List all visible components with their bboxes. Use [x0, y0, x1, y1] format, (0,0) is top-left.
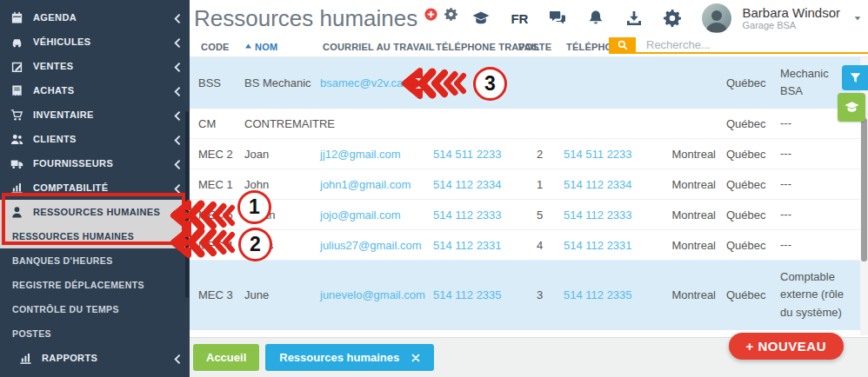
cell-code: MEC 1 [198, 178, 244, 191]
cell-work-phone-link[interactable]: 514 112 2331 [433, 239, 516, 252]
sidebar-item[interactable]: BANQUES D'HEURES [0, 248, 190, 273]
cell-phone-link[interactable]: 514 112 2331 [564, 239, 664, 252]
cell-email-link[interactable]: john1@gmail.com [320, 178, 433, 191]
cell-work-phone-link[interactable]: 514 112 2333 [433, 208, 516, 222]
column-header[interactable]: TÉLÉPHONE TRAVAIL [433, 42, 516, 52]
car-icon [10, 36, 23, 49]
cell-email-link[interactable]: jj12@gmail.com [320, 148, 433, 161]
cell-role: --- [780, 145, 848, 162]
cell-name: Johan [244, 208, 320, 222]
cell-name: John [244, 178, 320, 191]
chevron-left-icon [171, 85, 182, 96]
cell-extension: 1 [516, 178, 564, 191]
cell-phone-link[interactable]: 514 112 2333 [564, 208, 664, 222]
messages-icon[interactable] [549, 10, 566, 27]
cell-name: BS Mechanic [244, 76, 320, 89]
table-row[interactable]: BSS BS Mechanic bsamec@v2v.ca Québec Mec… [190, 57, 868, 109]
chevron-left-icon [171, 36, 182, 47]
cell-email-link[interactable]: junevelo@gmail.com [320, 288, 433, 301]
sidebar-item-label: ACHATS [33, 85, 74, 96]
home-button[interactable]: Accueil [193, 344, 259, 371]
search-input[interactable] [636, 37, 868, 52]
sidebar-item[interactable]: CONTRÔLE DU TEMPS [0, 297, 190, 321]
sidebar-item[interactable]: RESSOURCES HUMAINES [0, 224, 190, 248]
cell-phone-link[interactable]: 514 511 2233 [564, 148, 664, 161]
column-header[interactable]: CODE [198, 42, 244, 52]
cell-phone-link[interactable]: 514 112 2335 [564, 288, 664, 301]
training-cap-icon[interactable] [472, 10, 490, 27]
sidebar-item[interactable]: REGISTRE DÉPLACEMENTS [0, 273, 190, 297]
cell-code: CM [198, 117, 244, 130]
cell-work-phone-link[interactable]: 514 112 2335 [433, 288, 516, 301]
language-toggle[interactable]: FR [511, 11, 528, 26]
sidebar-item[interactable]: RAPPORTS [0, 346, 190, 370]
sidebar-item[interactable]: FOURNISSEURS [0, 151, 190, 175]
table-row[interactable]: MEC 5 Johan jojo@gmail.com 514 112 2333 … [190, 200, 868, 230]
cell-extension: 5 [516, 208, 564, 222]
download-icon[interactable] [625, 10, 643, 27]
cell-name: CONTREMAITRE [244, 117, 320, 130]
cell-email-link[interactable]: julius27@gmail.com [320, 239, 433, 252]
sort-up-icon [244, 43, 252, 50]
table-row[interactable]: MEC 1 John john1@gmail.com 514 112 2334 … [190, 169, 868, 200]
sidebar-item[interactable]: VENTES [0, 54, 190, 78]
cell-province: Québec [726, 148, 780, 161]
sidebar-item[interactable]: COMPTABILITÉ [0, 175, 190, 200]
column-header[interactable]: COURRIEL AU TRAVAIL [320, 42, 433, 52]
sidebar-item[interactable]: ACHATS [0, 78, 190, 103]
notifications-bell-icon[interactable] [587, 10, 604, 27]
column-header[interactable]: POSTE [516, 42, 564, 52]
sidebar-item-label: POSTES [12, 328, 51, 339]
cell-city: Montreal [664, 178, 726, 191]
sidebar-item-label: CLIENTS [33, 134, 77, 144]
table-row[interactable]: MEC 4 Julius julius27@gmail.com 514 112 … [190, 230, 868, 261]
sidebar-scrollbar[interactable] [185, 111, 189, 298]
settings-gear-icon[interactable] [444, 8, 457, 21]
truck-icon [10, 157, 23, 170]
search-button[interactable] [609, 37, 636, 52]
table-row[interactable]: MEC 2 Joan jj12@gmail.com 514 511 2233 2… [190, 139, 868, 169]
sidebar-item-label: FOURNISSEURS [33, 158, 113, 169]
table-row[interactable]: CM CONTREMAITRE Québec --- [190, 109, 868, 139]
sidebar-item[interactable]: INVENTAIRE [0, 103, 190, 127]
sidebar-item-label: RESSOURCES HUMAINES [12, 231, 134, 241]
chevron-down-icon[interactable] [852, 13, 863, 23]
open-tab-ressources-humaines[interactable]: Ressources humaines [265, 344, 434, 371]
sidebar-item[interactable]: PAYES [0, 370, 190, 377]
topbar: Ressources humaines FR Barbara Windsor G… [190, 0, 868, 36]
cell-email-link[interactable]: jojo@gmail.com [320, 208, 433, 222]
sidebar-item[interactable]: RESSOURCES HUMAINES [0, 200, 190, 224]
close-icon[interactable] [411, 354, 420, 362]
filter-button[interactable] [842, 65, 868, 90]
cell-phone-link[interactable]: 514 112 2334 [564, 178, 664, 191]
sidebar-item-label: BANQUES D'HEURES [12, 255, 113, 266]
sidebar-item[interactable]: AGENDA [0, 5, 190, 30]
sidebar-item[interactable]: POSTES [0, 321, 190, 346]
cell-code: MEC 5 [198, 208, 244, 222]
calendar-icon [10, 11, 23, 24]
training-button[interactable] [838, 93, 865, 122]
add-icon[interactable] [424, 8, 437, 21]
funnel-icon [850, 72, 861, 83]
column-header[interactable]: NOM [244, 42, 320, 52]
user-menu[interactable]: Barbara Windsor Garage BSA [742, 5, 840, 31]
cell-role: --- [780, 206, 848, 223]
avatar[interactable] [702, 3, 731, 33]
cell-city: Montreal [664, 288, 726, 301]
new-record-button[interactable]: + NOUVEAU [729, 333, 844, 360]
cell-email-link[interactable]: bsamec@v2v.ca [320, 76, 433, 89]
gear-icon[interactable] [664, 10, 681, 27]
cell-extension: 2 [516, 148, 564, 161]
table-scrollbar-thumb[interactable] [861, 118, 867, 261]
sidebar: AGENDA VÉHICULES VENTES ACHATS [0, 0, 190, 377]
cell-work-phone-link[interactable]: 514 112 2334 [433, 178, 516, 191]
cell-work-phone-link[interactable]: 514 511 2233 [433, 148, 516, 161]
sidebar-item-label: AGENDA [33, 12, 77, 23]
cell-code: BSS [198, 76, 244, 89]
topbar-icons: FR Barbara Windsor Garage BSA [472, 3, 863, 33]
sidebar-item[interactable]: CLIENTS [0, 127, 190, 151]
cell-name: Joan [244, 148, 320, 161]
sidebar-item[interactable]: VÉHICULES [0, 30, 190, 54]
chevron-left-icon [171, 12, 182, 23]
table-row[interactable]: MEC 3 June junevelo@gmail.com 514 112 23… [190, 261, 868, 329]
